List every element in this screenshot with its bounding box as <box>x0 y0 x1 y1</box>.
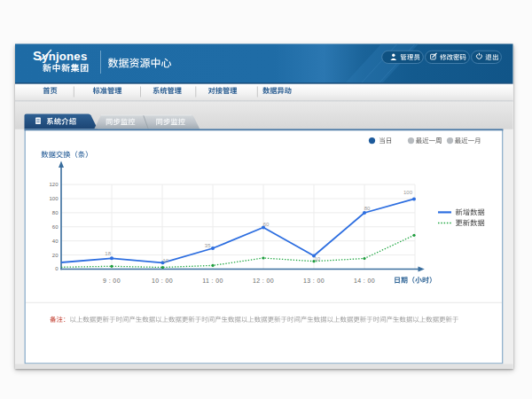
svg-text:10: 10 <box>162 258 168 263</box>
svg-text:10 : 00: 10 : 00 <box>152 278 173 284</box>
svg-text:ynjones: ynjones <box>42 50 87 63</box>
svg-text:9 : 00: 9 : 00 <box>103 278 121 284</box>
svg-text:120: 120 <box>49 182 59 187</box>
svg-text:100: 100 <box>49 196 59 201</box>
svg-text:80: 80 <box>364 206 371 211</box>
svg-text:40: 40 <box>52 239 59 244</box>
svg-text:35: 35 <box>205 243 211 248</box>
svg-text:10: 10 <box>314 256 320 262</box>
svg-text:11 : 00: 11 : 00 <box>202 278 223 284</box>
svg-text:12 : 00: 12 : 00 <box>253 278 274 284</box>
svg-text:20: 20 <box>52 253 59 258</box>
svg-text:14 : 00: 14 : 00 <box>354 278 375 284</box>
svg-text:18: 18 <box>105 251 111 256</box>
svg-text:60: 60 <box>263 222 270 227</box>
svg-text:80: 80 <box>52 210 59 215</box>
svg-text:13 : 00: 13 : 00 <box>303 278 325 284</box>
svg-text:60: 60 <box>52 224 59 230</box>
svg-text:100: 100 <box>403 190 413 195</box>
